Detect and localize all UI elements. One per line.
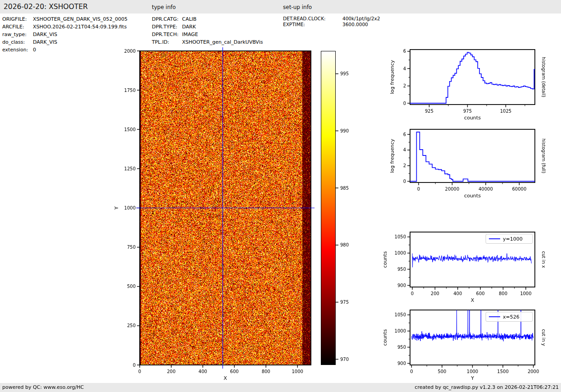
x-axis-label: X: [471, 297, 474, 303]
y-tick-label: 0: [403, 101, 406, 106]
footer-bar: powered by QC: www.eso.org/HC created by…: [0, 383, 561, 392]
y-axis-label: log frequency: [389, 60, 395, 94]
x-axis-label: X: [223, 375, 227, 381]
x-tick-label: 0: [410, 369, 413, 374]
histogram-step-line: [410, 132, 535, 181]
colorbar-tick-label: 980: [340, 242, 349, 247]
x-tick-label: 0: [411, 291, 414, 296]
x-tick-label: 800: [262, 369, 270, 374]
right-axis-label: histogram (detail): [541, 57, 546, 97]
y-axis-label: Y: [114, 206, 119, 210]
y-axis-label: counts: [382, 251, 388, 268]
qc-report-page: 2026-02-20: XSHOOTER type info set-up in…: [0, 0, 561, 392]
x-tick-label: 200: [167, 369, 175, 374]
y-tick-label: 1500: [124, 127, 136, 132]
colorbar-tick-label: 995: [340, 71, 349, 76]
y-tick-label: 1050: [395, 234, 406, 239]
y-tick-label: 2000: [124, 49, 136, 54]
y-tick-label: 500: [127, 284, 136, 289]
histogram-full-plot: 02000040000600000246countslog frequencyh…: [389, 129, 546, 199]
y-tick-label: 1250: [124, 166, 136, 171]
legend-cut-x-label: y=1000: [503, 236, 523, 242]
x-tick-label: 200: [431, 291, 439, 296]
y-tick-label: 950: [397, 267, 406, 272]
y-tick-label: 0: [133, 363, 136, 368]
cut-in-x-plot: 0200400600800100090095010001050Xcountscu…: [382, 232, 546, 303]
y-tick-label: 1000: [124, 205, 136, 210]
y-tick-label: 0: [403, 179, 406, 184]
x-tick-label: 600: [476, 291, 485, 296]
x-axis-label: Y: [470, 375, 474, 381]
axes-frame: [410, 50, 535, 105]
y-tick-label: 750: [127, 245, 136, 250]
colorbar-tick-label: 990: [340, 128, 349, 133]
y-tick-label: 1000: [395, 251, 406, 255]
dark-frame-axes: 0200400600800100002505007501000125015001…: [114, 49, 311, 382]
x-tick-label: 400: [453, 291, 462, 296]
x-tick-label: 800: [499, 291, 507, 296]
x-tick-label: 925: [425, 109, 433, 114]
y-axis-label: counts: [382, 329, 388, 346]
colorbar-tick-label: 970: [340, 357, 349, 362]
y-tick-label: 1750: [124, 88, 136, 93]
x-tick-label: 0: [138, 369, 141, 374]
cut-x-line: [412, 253, 531, 267]
y-tick-label: 1000: [395, 328, 406, 333]
cut-in-y-plot: 050010001500200090095010001050Ycountscut…: [382, 310, 546, 381]
colorbar-tick-label: 975: [340, 300, 349, 305]
y-tick-label: 4: [403, 66, 406, 71]
y-tick-label: 2: [403, 83, 406, 88]
x-tick-label: 1000: [520, 291, 531, 296]
x-tick-label: 20000: [445, 187, 460, 191]
legend-cut-y-label: x=526: [503, 314, 520, 320]
x-tick-label: 400: [199, 369, 207, 374]
x-tick-label: 2000: [528, 369, 539, 374]
histogram-step-line: [410, 52, 535, 103]
right-axis-label: histogram (full): [541, 138, 546, 173]
colorbar-tick-label: 985: [340, 186, 349, 191]
y-tick-label: 900: [397, 361, 406, 366]
x-tick-label: 975: [463, 109, 472, 114]
y-tick-label: 2: [403, 163, 406, 168]
x-tick-label: 1500: [497, 369, 508, 374]
histogram-detail-plot: 92597510250246countslog frequencyhistogr…: [389, 49, 546, 121]
right-axis-label: cut in y: [541, 329, 546, 346]
footer-created-by: created by qc_rawdisp.py v1.2.3 on 2026-…: [415, 383, 559, 392]
y-tick-label: 6: [403, 49, 406, 54]
x-tick-label: 1000: [292, 369, 303, 374]
footer-powered-by: powered by QC: www.eso.org/HC: [2, 383, 84, 392]
y-axis-label: log frequency: [389, 139, 395, 173]
x-axis-label: counts: [464, 115, 481, 121]
x-tick-label: 500: [438, 369, 446, 374]
x-tick-label: 1025: [500, 109, 511, 114]
x-tick-label: 1000: [467, 369, 478, 374]
right-axis-label: cut in x: [541, 251, 546, 268]
y-tick-label: 950: [397, 345, 406, 350]
y-tick-label: 6: [403, 132, 406, 137]
y-tick-label: 900: [397, 283, 406, 288]
x-tick-label: 0: [417, 187, 420, 191]
plots-overlay-svg: 0200400600800100002505007501000125015001…: [0, 0, 561, 392]
x-axis-label: counts: [464, 193, 481, 199]
x-tick-label: 60000: [512, 187, 526, 191]
y-tick-label: 1050: [395, 312, 406, 317]
x-tick-label: 40000: [479, 187, 493, 191]
y-tick-label: 250: [127, 323, 136, 328]
axes-frame: [410, 129, 535, 182]
y-tick-label: 4: [403, 147, 406, 152]
x-tick-label: 600: [230, 369, 239, 374]
